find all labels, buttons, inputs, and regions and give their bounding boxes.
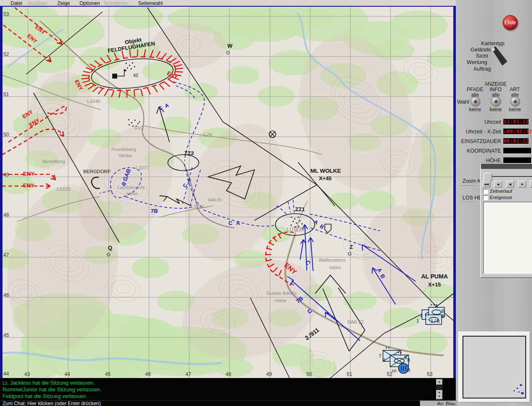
building-dot	[129, 124, 130, 125]
grid-label-bottom: 45	[105, 371, 111, 377]
chat-scrollbar[interactable]: ▲ ▲ ▼	[436, 379, 442, 399]
map-label: 1 / B	[431, 319, 440, 324]
map-label: BERGDORF	[83, 169, 111, 174]
forest-patch	[257, 86, 295, 107]
building-dot	[290, 225, 292, 226]
scroll-up-button[interactable]: ▲	[436, 379, 442, 385]
map-type-pointer-icon[interactable]	[490, 46, 508, 66]
stop-button[interactable]: ■	[518, 181, 526, 188]
simulation-window: Datei Auslöser Zeige Optionen Teilnehmer…	[0, 0, 532, 406]
menu-item-ausloeser: Auslöser	[28, 0, 47, 6]
building-dot	[293, 221, 294, 222]
kartentyp-gelaende[interactable]: Gelände	[470, 46, 491, 53]
map-label: 42	[133, 73, 138, 78]
zeitverlauf-label: Zeitverlauf	[490, 189, 512, 194]
forest-patch	[159, 116, 193, 135]
grid-label-bottom: 52	[387, 371, 393, 377]
uhrzeit-label: Uhrzeit	[484, 119, 501, 125]
hoehe-label: HÖHE	[486, 158, 501, 163]
divider	[460, 202, 475, 202]
event-list[interactable]	[483, 202, 532, 274]
menu-item-zeige[interactable]: Zeige	[57, 0, 70, 6]
menu-item-seitenwahl[interactable]: Seitenwahl	[138, 0, 163, 6]
replay-panel-titlebar[interactable]	[481, 164, 532, 169]
kartentyp-auftrag[interactable]: Auftrag	[473, 66, 491, 72]
chat-message: RommelJunior hat die Sitzung verlassen.	[3, 386, 101, 393]
xzeit-display: +00:01:12	[503, 128, 529, 135]
step-back-button[interactable]: ◀	[494, 181, 502, 188]
grid-label-left: 46	[3, 292, 9, 298]
map-label: L1223	[57, 186, 70, 192]
overview-minimap[interactable]	[458, 332, 530, 403]
map-label: ENY	[23, 171, 34, 177]
building-dot	[132, 62, 133, 64]
zeitverlauf-checkbox[interactable]	[483, 189, 488, 194]
map-label: 1	[383, 357, 386, 363]
replay-panel: ◀◀ ◀ ◀| ■ ▶ Zeitverlauf Ereignisse	[480, 164, 532, 278]
scroll-down-button[interactable]: ▼	[436, 394, 442, 399]
grid-label-left: 53	[3, 11, 9, 17]
chat-input-bar[interactable]: Zum Chat: Hier klicken (oder Enter drück…	[0, 400, 456, 406]
menu-item-datei[interactable]: Datei	[10, 0, 22, 6]
map-label: ENY	[23, 182, 34, 189]
map-label: ZZ2	[184, 150, 194, 156]
knob-title-art: ART	[502, 87, 527, 92]
building-dot	[131, 68, 132, 69]
wahl-label: Wahl	[457, 99, 469, 105]
minimap-unit-dot	[518, 391, 519, 393]
map-label: Wallensteins	[319, 258, 346, 263]
map-label: L1045	[87, 99, 100, 104]
chat-target-selector[interactable]: An: Blau	[420, 401, 457, 406]
replay-slider-handle[interactable]	[483, 173, 492, 181]
rewind-button[interactable]: ◀◀	[482, 181, 491, 188]
forest-patch	[389, 10, 448, 40]
building-dot	[291, 217, 292, 218]
map-label: AL PUMA	[421, 273, 448, 280]
menu-item-optionen[interactable]: Optionen	[80, 0, 100, 6]
kartentyp-wertung[interactable]: Wertung	[467, 59, 487, 65]
minimap-unit-dot	[521, 392, 524, 394]
grid-label-bottom: 43	[24, 371, 30, 377]
map-label: B	[407, 368, 410, 373]
map-label: Q	[108, 245, 112, 251]
anzeige-title: ANZEIGE	[477, 81, 514, 87]
ereignisse-checkbox[interactable]	[483, 195, 488, 200]
pause-button[interactable]: ◀|	[506, 181, 514, 188]
grid-label-left: 48	[3, 212, 9, 218]
pfade-knob[interactable]	[470, 97, 481, 107]
einsatzdauer-display: 00:01:12	[503, 138, 529, 144]
grid-label-bottom: 46	[145, 371, 151, 377]
chat-log[interactable]: Lt. Jackless hat die Sitzung verlassen. …	[0, 379, 456, 400]
scroll-thumb[interactable]: ▲	[436, 390, 442, 394]
info-knob[interactable]	[491, 97, 501, 107]
grid-label-bottom: 47	[185, 371, 191, 377]
map-label: L1077	[136, 165, 149, 170]
art-knob[interactable]	[510, 97, 520, 107]
kartentyp-sicht[interactable]: Sicht	[476, 53, 488, 59]
ende-button[interactable]: Ende	[503, 15, 518, 30]
map-label: co	[392, 368, 396, 373]
grid-label-left: 44	[3, 371, 9, 377]
grid-label-bottom: 48	[226, 371, 231, 377]
grid-label-bottom: 50	[306, 371, 312, 377]
building-dot	[131, 122, 132, 123]
kartentyp-title: Kartentyp	[481, 40, 504, 46]
minimap-unit-dot	[520, 384, 522, 386]
map-label: 7B	[151, 208, 158, 214]
grid-label-bottom: 49	[266, 371, 272, 377]
minimap-viewport	[463, 336, 526, 398]
minimap-unit-dot	[514, 390, 515, 391]
tactical-map[interactable]: L1045GVZL79FrundsbergSenkeSichelbergL107…	[0, 6, 456, 379]
map-label: Senke	[118, 153, 132, 158]
map-border-top	[0, 6, 456, 7]
map-label: O	[226, 50, 230, 55]
map-label: Höhe	[329, 265, 341, 270]
play-button[interactable]: ▶	[529, 181, 532, 188]
forest-patch	[329, 192, 358, 209]
chat-prompt-text[interactable]: Zum Chat: Hier klicken (oder Enter drück…	[3, 401, 101, 406]
grid-label-left: 47	[3, 252, 9, 258]
forest-patch	[343, 292, 377, 310]
control-sidebar: Ende Kartentyp Gelände Sicht Wertung Auf…	[456, 0, 532, 406]
building-dot	[126, 63, 127, 64]
grid-label-left: 52	[3, 51, 9, 57]
